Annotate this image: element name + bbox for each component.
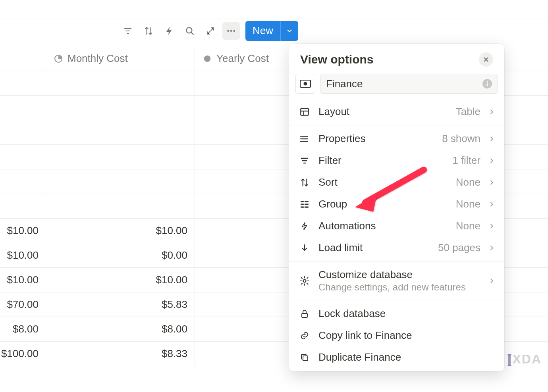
table-cell[interactable]: $10.00 <box>0 268 46 292</box>
table-cell[interactable]: $10.00 <box>46 219 195 243</box>
more-options-button[interactable] <box>222 22 240 40</box>
automations-icon <box>299 222 311 231</box>
table-cell[interactable] <box>0 71 46 95</box>
chevron-right-icon <box>488 245 495 251</box>
expand-button[interactable] <box>202 22 219 40</box>
column-header-monthly-cost[interactable]: Monthly Cost <box>46 46 195 71</box>
view-name-value: Finance <box>326 78 363 90</box>
sort-button[interactable] <box>140 22 157 40</box>
table-cell[interactable] <box>46 194 195 218</box>
table-cell[interactable] <box>46 169 195 194</box>
table-cell[interactable] <box>46 96 195 120</box>
chevron-right-icon <box>488 158 495 164</box>
search-button[interactable] <box>181 22 199 40</box>
view-options-popover: View options Finance i LayoutTableProper… <box>289 44 504 371</box>
svg-rect-16 <box>301 206 304 208</box>
svg-point-11 <box>300 141 301 142</box>
properties-icon <box>299 134 311 144</box>
sort-icon <box>299 177 311 188</box>
filter-option[interactable]: Filter1 filter <box>289 150 504 171</box>
table-cell[interactable] <box>0 120 46 144</box>
chevron-right-icon <box>488 278 495 284</box>
database-toolbar: New <box>0 19 548 42</box>
svg-rect-14 <box>301 204 304 205</box>
option-value: 50 pages <box>438 242 480 254</box>
table-cell[interactable] <box>46 145 195 169</box>
option-value: None <box>456 220 480 232</box>
svg-rect-20 <box>303 356 308 361</box>
filter-button[interactable] <box>119 22 137 40</box>
svg-rect-15 <box>305 204 309 205</box>
option-label: Sort <box>318 176 448 188</box>
svg-rect-8 <box>301 108 309 115</box>
view-icon-button[interactable] <box>295 74 315 94</box>
option-label: Load limit <box>318 242 430 254</box>
table-cell[interactable] <box>46 120 195 144</box>
duplicate-option[interactable]: Duplicate Finance <box>289 346 504 368</box>
table-cell[interactable] <box>0 169 46 194</box>
svg-point-2 <box>230 30 232 31</box>
table-cell[interactable]: $0.00 <box>46 243 195 267</box>
properties-option[interactable]: Properties8 shown <box>289 128 504 150</box>
customize-subtitle: Change settings, add new features <box>318 282 480 293</box>
option-value: Table <box>456 106 480 118</box>
option-value: 1 filter <box>452 154 480 167</box>
progress-icon <box>53 54 64 64</box>
table-cell[interactable] <box>0 194 46 218</box>
chevron-right-icon <box>488 201 495 208</box>
svg-point-9 <box>300 136 301 137</box>
lock-database-option[interactable]: Lock database <box>289 303 504 325</box>
link-icon <box>299 331 311 340</box>
layout-option[interactable]: LayoutTable <box>289 101 504 123</box>
option-label: Automations <box>318 220 448 232</box>
new-button-dropdown[interactable] <box>281 27 298 35</box>
table-cell[interactable]: $10.00 <box>0 243 46 267</box>
formula-icon <box>202 54 212 64</box>
watermark: []XDA <box>507 352 542 367</box>
svg-rect-19 <box>302 313 307 317</box>
svg-point-10 <box>300 138 301 139</box>
svg-point-3 <box>233 30 235 31</box>
sort-option[interactable]: SortNone <box>289 171 504 193</box>
filter-icon <box>299 156 311 165</box>
svg-rect-12 <box>301 201 304 202</box>
svg-point-7 <box>304 82 307 86</box>
table-cell[interactable]: $8.00 <box>46 317 195 341</box>
customize-database-option[interactable]: Customize database Change settings, add … <box>289 264 504 298</box>
table-cell[interactable]: $8.00 <box>0 317 46 341</box>
copy-link-option[interactable]: Copy link to Finance <box>289 325 504 346</box>
column-header[interactable] <box>0 46 46 71</box>
group-icon <box>299 199 311 209</box>
new-button[interactable]: New <box>245 21 298 41</box>
table-cell[interactable]: $10.00 <box>46 268 195 292</box>
option-label: Copy link to Finance <box>318 329 495 342</box>
automations-option[interactable]: AutomationsNone <box>289 215 504 237</box>
lock-icon <box>299 309 311 319</box>
view-name-input[interactable]: Finance i <box>320 74 498 94</box>
info-icon[interactable]: i <box>482 79 492 88</box>
column-label: Yearly Cost <box>216 52 269 65</box>
table-cell[interactable] <box>0 145 46 169</box>
customize-title: Customize database <box>318 269 480 281</box>
table-cell[interactable]: $70.00 <box>0 292 46 317</box>
svg-rect-13 <box>305 201 309 202</box>
close-button[interactable] <box>479 52 493 67</box>
option-value: None <box>456 198 480 210</box>
svg-point-1 <box>227 30 229 31</box>
table-cell[interactable]: $100.00 <box>0 342 46 366</box>
svg-rect-17 <box>305 206 309 208</box>
automations-button[interactable] <box>160 22 178 40</box>
table-cell[interactable]: $8.33 <box>46 342 195 366</box>
table-cell[interactable] <box>0 96 46 120</box>
table-cell[interactable]: $10.00 <box>0 219 46 243</box>
load_limit-option[interactable]: Load limit50 pages <box>289 237 504 259</box>
option-label: Filter <box>318 154 444 167</box>
chevron-right-icon <box>488 179 495 186</box>
option-value: 8 shown <box>442 133 480 145</box>
gear-icon <box>299 276 311 286</box>
table-cell[interactable] <box>46 71 195 95</box>
group-option[interactable]: GroupNone <box>289 193 504 215</box>
chevron-right-icon <box>488 136 495 142</box>
table-cell[interactable]: $5.83 <box>46 292 195 317</box>
popover-title: View options <box>300 53 373 66</box>
